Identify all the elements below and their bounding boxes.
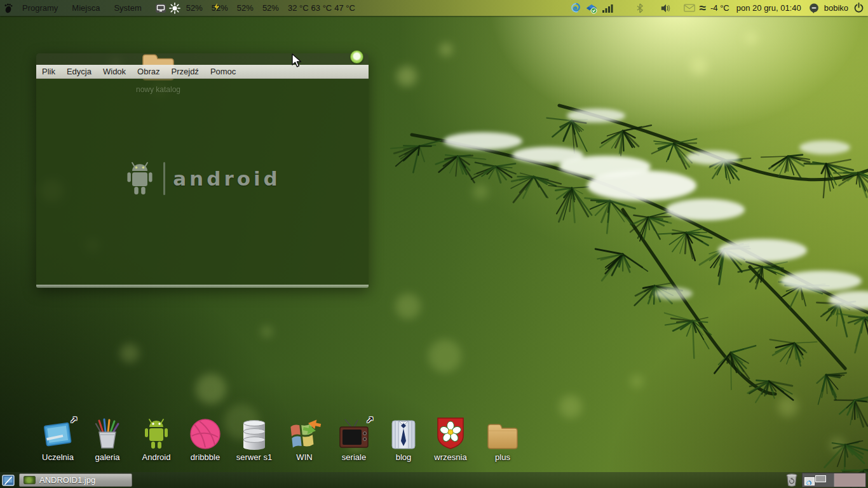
- task-thumbnail-icon: [24, 476, 36, 484]
- power-icon[interactable]: [853, 3, 864, 14]
- show-desktop-button[interactable]: [1, 473, 15, 487]
- icon-label: Android: [132, 452, 181, 462]
- swirl-tray-icon[interactable]: [570, 3, 581, 14]
- username-label[interactable]: bobiko: [824, 3, 848, 13]
- snow-cover: [444, 109, 868, 309]
- cpu-percent-3[interactable]: 52%: [234, 1, 257, 15]
- folder-icon: [486, 422, 519, 450]
- icon-label: Uczelnia: [33, 452, 83, 462]
- desktop-icon-android[interactable]: Android: [132, 418, 181, 462]
- task-button-label: ANDROID1.jpg: [39, 475, 95, 485]
- bluetooth-icon[interactable]: [634, 3, 646, 14]
- menu-miejsca[interactable]: Miejsca: [66, 1, 105, 15]
- top-panel: Programy Miejsca System 52% 52% 52% 52% …: [0, 0, 868, 16]
- workspace-2[interactable]: [834, 473, 865, 487]
- mouse-cursor: [291, 53, 305, 71]
- cpu-percent-1[interactable]: 52%: [183, 1, 206, 15]
- brush-cup-icon: [92, 418, 123, 450]
- window-bottom-frame: [36, 285, 369, 288]
- android-logo-text: android: [173, 167, 281, 190]
- taskbar-window-button[interactable]: ANDROID1.jpg: [19, 473, 132, 487]
- temp-sensor-2[interactable]: 63 °C: [311, 1, 332, 15]
- android-robot-logo-icon: [124, 161, 156, 196]
- shirt-tie-icon: [390, 418, 417, 450]
- dribbble-ball-icon: [189, 418, 221, 450]
- top-panel-tray: ≈ -4 °C pon 20 gru, 01:40 bobiko: [570, 3, 868, 14]
- desktop-icon-blog[interactable]: blog: [379, 418, 428, 462]
- clock-applet[interactable]: pon 20 gru, 01:40: [734, 3, 804, 13]
- desktop-icon-seriale[interactable]: ↗ seriale: [329, 418, 379, 462]
- desktop-icon-dribbble[interactable]: dribbble: [180, 418, 230, 462]
- ghost-folder-label: nowy katalog: [133, 85, 184, 94]
- volume-icon[interactable]: [660, 3, 672, 14]
- cpu-percent-4[interactable]: 52%: [259, 1, 282, 15]
- weather-temp[interactable]: -4 °C: [710, 3, 729, 13]
- desktop-icon-wrzesnia[interactable]: wrzesnia: [426, 418, 475, 462]
- wmenu-pomoc[interactable]: Pomoc: [205, 65, 241, 78]
- cpu-percent-2[interactable]: 52%: [208, 1, 231, 15]
- window-menubar: Plik Edycja Widok Obraz Przejdź Pomoc: [36, 65, 369, 79]
- desktop-icon-serwer-s1[interactable]: serwer s1: [229, 418, 279, 462]
- workspace-window-mini: [815, 475, 826, 482]
- weather-icon[interactable]: ≈: [700, 4, 706, 13]
- icon-label: WIN: [280, 452, 329, 462]
- viewer-canvas: android: [36, 78, 369, 285]
- wmenu-przejdz[interactable]: Przejdź: [166, 65, 205, 78]
- brightness-icon[interactable]: [169, 3, 180, 14]
- workspace-window-mini: [804, 477, 815, 485]
- signal-bars-icon[interactable]: [602, 3, 613, 14]
- wmenu-widok[interactable]: Widok: [97, 65, 132, 78]
- display-settings-icon[interactable]: [155, 3, 166, 14]
- desktop-icon-plus[interactable]: plus: [478, 418, 527, 462]
- image-viewer-window: android nowy katalog Plik Edycja Widok O…: [36, 53, 369, 288]
- icon-label: blog: [379, 452, 428, 462]
- icon-label: dribbble: [180, 452, 230, 462]
- menu-system[interactable]: System: [108, 1, 147, 15]
- wmenu-edycja[interactable]: Edycja: [61, 65, 97, 78]
- shortcut-emblem-icon: ↗: [69, 414, 78, 426]
- top-panel-left: Programy Miejsca System 52% 52% 52% 52% …: [0, 1, 358, 15]
- windows-flag-icon: [287, 417, 322, 450]
- shield-rose-icon: [437, 417, 465, 450]
- icon-label: galeria: [83, 452, 132, 462]
- database-icon: [240, 418, 268, 450]
- window-titlebar[interactable]: [36, 53, 369, 65]
- gnome-foot-icon[interactable]: [3, 3, 14, 14]
- window-close-orb-button[interactable]: [350, 50, 363, 64]
- logo-divider: [163, 162, 165, 195]
- desktop-icon-galeria[interactable]: galeria: [83, 418, 132, 462]
- android-robot-icon: [142, 418, 171, 450]
- wmenu-plik[interactable]: Plik: [36, 65, 61, 78]
- temp-sensor-1[interactable]: 32 °C: [285, 1, 309, 15]
- bottom-panel: ANDROID1.jpg: [0, 472, 868, 488]
- temp-sensor-3[interactable]: 47 °C: [334, 1, 358, 15]
- desktop-icon-uczelnia[interactable]: ↗ Uczelnia: [33, 418, 83, 462]
- icon-label: wrzesnia: [426, 452, 475, 462]
- desktop-icon-win[interactable]: WIN: [280, 418, 329, 462]
- dropbox-icon[interactable]: [586, 3, 597, 14]
- wmenu-obraz[interactable]: Obraz: [132, 65, 165, 78]
- bottom-panel-right: [784, 473, 868, 487]
- icon-label: plus: [478, 452, 527, 462]
- icon-label: serwer s1: [229, 452, 279, 462]
- icon-label: seriale: [329, 452, 379, 462]
- mail-icon[interactable]: [684, 3, 695, 14]
- trash-applet-icon[interactable]: [784, 473, 799, 487]
- desktop-root: Programy Miejsca System 52% 52% 52% 52% …: [0, 0, 868, 488]
- menu-programy[interactable]: Programy: [17, 1, 64, 15]
- workspace-switcher: [802, 473, 866, 487]
- user-status-bubble-icon[interactable]: [808, 3, 820, 14]
- shortcut-emblem-icon: ↗: [365, 414, 374, 426]
- workspace-1[interactable]: [803, 473, 834, 487]
- android-wallpaper-logo: android: [36, 161, 369, 196]
